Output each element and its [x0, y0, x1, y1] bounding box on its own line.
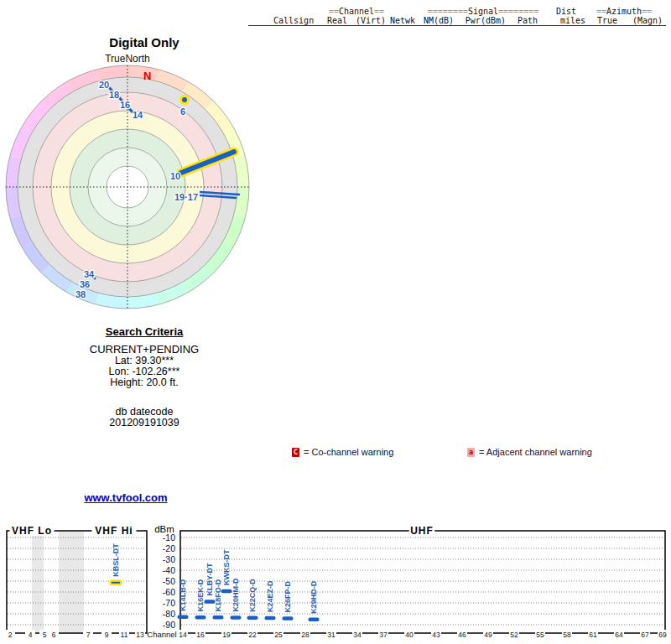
tvfool-link-wrap: www.tvfool.com: [0, 491, 252, 504]
radar-channel-label: 34: [84, 269, 95, 279]
band-label: VHF Lo: [12, 525, 52, 537]
channel-tick-label: 34: [353, 631, 362, 639]
shaded-band: [59, 532, 84, 632]
radar-channel-label: 10: [170, 171, 180, 181]
channel-tick-label: 67: [641, 631, 649, 639]
channel-tick-label: 16: [196, 631, 205, 639]
signal-group-header: ========Signal========: [419, 7, 547, 16]
station-bar-label: K18FO-D: [215, 579, 223, 611]
channel-tick-label: 52: [510, 631, 518, 639]
table-column-headers: Callsign Real (Virt) Netwk NM(dB) Pwr(dB…: [248, 16, 666, 26]
band-label: UHF: [410, 525, 434, 537]
channel-tick-label: 46: [458, 631, 466, 639]
channel-tick-label: 2: [8, 631, 13, 639]
dbm-tick-label: -10: [163, 532, 175, 543]
channel-tick-label: 37: [379, 631, 388, 639]
search-mode: CURRENT+PENDING: [0, 343, 289, 356]
channel-tick-label: 22: [248, 631, 257, 639]
db-datecode-value: 201209191039: [0, 417, 289, 428]
db-datecode-label: db datecode: [0, 406, 289, 418]
azimuth-group-header: ==Azimuth==: [585, 7, 663, 16]
search-latitude: Lat: 39.30***: [0, 355, 289, 366]
channel-tick-label: 64: [615, 631, 623, 639]
band-label: VHF Hi: [95, 525, 133, 537]
radar-channel-label: 36: [80, 279, 90, 289]
station-signal-bar: [195, 615, 206, 620]
channel-tick-label: 7: [86, 631, 91, 639]
station-bar-label: K20HM-D: [232, 578, 241, 612]
dbm-tick-label: -40: [163, 565, 175, 575]
legend-co-channel-text: = Co-channel warning: [304, 447, 393, 457]
radar-channel-label: 20: [99, 80, 109, 90]
tvfool-link[interactable]: www.tvfool.com: [84, 491, 167, 504]
channel-tick-label: 9: [105, 631, 109, 639]
channel-tick-label: 28: [301, 631, 309, 639]
search-height: Height: 20.0 ft.: [0, 377, 289, 388]
dbm-tick-label: -90: [163, 620, 175, 630]
channel-tick-label: 6: [52, 631, 56, 639]
legend-adjacent-channel: a = Adjacent channel warning: [467, 447, 592, 457]
station-signal-bar: [265, 616, 276, 621]
station-bar-label: KBSL-DT: [112, 543, 121, 577]
station-signal-bar: [247, 616, 258, 621]
channel-tick-label: 4: [29, 631, 33, 639]
dbm-tick-label: -30: [163, 554, 175, 564]
channel-tick-label: 69: [658, 631, 667, 639]
co-channel-warning-icon: C: [292, 448, 299, 457]
station-bar-label: K29HD-D: [310, 580, 319, 614]
legend-adjacent-channel-text: = Adjacent channel warning: [479, 447, 592, 457]
radar-channel-label: 14: [133, 110, 143, 120]
station-bar-label: K16EK-D: [197, 579, 205, 611]
channel-tick-label: 61: [589, 631, 597, 639]
station-bar-label: K24EZ-D: [267, 580, 275, 612]
channel-tick-label: 58: [563, 631, 571, 639]
channel-tick-label: 25: [274, 631, 283, 639]
radar-channel-label: 19·17: [174, 192, 198, 202]
station-signal-bar: [111, 580, 122, 584]
shaded-band: [32, 532, 44, 632]
channel-tick-label: 55: [536, 631, 544, 639]
station-signal-bar: [309, 618, 320, 622]
dbm-tick-label: -70: [163, 598, 175, 608]
channel-tick-label: 11: [121, 631, 128, 639]
search-longitude: Lon: -102.26***: [0, 366, 289, 377]
channel-group-header: ==Channel==: [327, 7, 386, 16]
dbm-tick-label: -20: [163, 543, 175, 553]
dist-group-header: Dist: [547, 7, 585, 16]
channel-tick-label: 13: [136, 631, 144, 639]
station-signal-bar: [231, 615, 242, 620]
channel-tick-label: 49: [484, 631, 492, 639]
station-bar-label: KLBY-DT: [206, 563, 215, 595]
radar-channel-label: 18: [109, 90, 119, 100]
station-bar-label: K14LB-D: [179, 579, 188, 611]
channel-tick-label: 40: [405, 631, 414, 639]
azimuth-radar-plot: N2018161461019·17343638: [2, 61, 253, 313]
channel-tick-label: 5: [43, 631, 47, 639]
table-header-groups: ==Channel== ========Signal======== Dist …: [248, 7, 666, 16]
adjacent-channel-warning-icon: a: [467, 448, 475, 457]
dbm-tick-label: -80: [163, 609, 175, 619]
channel-tick-label: 31: [327, 631, 336, 639]
channel-axis-title: Channel: [147, 630, 176, 639]
channel-tick-label: 43: [432, 631, 440, 639]
station-signal-bar: [178, 615, 189, 620]
signal-strength-chart: VHF LoVHF Hi2456791113UHF141619222528313…: [0, 520, 671, 644]
search-criteria-heading: Search Criteria: [0, 325, 289, 338]
north-marker: N: [143, 70, 151, 82]
station-table: ==Channel== ========Signal======== Dist …: [248, 7, 666, 26]
channel-tick-label: 19: [222, 631, 231, 639]
legend-co-channel: C = Co-channel warning: [292, 447, 393, 457]
radar-channel-label: 38: [75, 289, 86, 299]
station-signal-bar: [213, 615, 224, 620]
station-signal-bar: [283, 616, 294, 621]
channel-tick-label: 14: [179, 631, 187, 639]
radar-channel-label: 6: [180, 106, 185, 117]
station-bar-label: KWKS-DT: [223, 549, 231, 585]
station-signal-bar: [221, 589, 232, 594]
radar-channel-label: 16: [120, 100, 130, 110]
dbm-tick-label: -60: [163, 587, 175, 597]
station-bar-label: K22CQ-D: [249, 579, 257, 612]
station-bar-label: K26FP-D: [284, 580, 293, 612]
plot-title: Digital Only: [0, 35, 289, 49]
channel6-signal-dot: [181, 96, 189, 104]
